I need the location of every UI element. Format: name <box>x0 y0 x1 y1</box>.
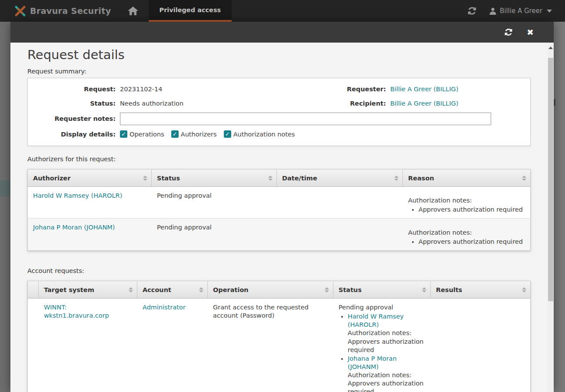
col-status[interactable]: Status <box>333 281 431 299</box>
summary-row-status: Status: Needs authorization Recipient: B… <box>33 96 525 110</box>
requester-value: Billie A Greer (BILLIG) <box>390 86 525 93</box>
authorizer-status: Pending approval <box>152 187 277 219</box>
authorization-notes-checkbox-label: Authorization notes <box>233 131 295 138</box>
request-label: Request: <box>33 86 116 93</box>
requester-link[interactable]: Billie A Greer (BILLIG) <box>390 86 459 93</box>
table-row: Johana P Moran (JOHANM) Pending approval… <box>28 219 530 250</box>
home-button[interactable] <box>117 0 149 22</box>
authorization-notes-checkbox[interactable]: ✓ <box>224 130 231 138</box>
scrollbar-up-icon[interactable] <box>548 47 553 49</box>
account-requests-table: Target system Account Operation Status R… <box>27 281 531 392</box>
tab-label: Privileged access <box>160 7 221 13</box>
status-value: Needs authorization <box>120 100 295 107</box>
tab-privileged-access[interactable]: Privileged access <box>149 0 232 22</box>
col-authorizer[interactable]: Authorizer <box>28 169 152 187</box>
reason-note: Approvers authorization required <box>419 238 525 246</box>
operation-cell: Grant access to the requested account (P… <box>208 299 333 392</box>
operations-checkbox[interactable]: ✓ <box>120 130 127 138</box>
modal-close-icon[interactable]: ✖ <box>527 28 534 37</box>
col-operation[interactable]: Operation <box>208 281 333 299</box>
sort-icon[interactable] <box>522 176 526 181</box>
authorizer-reason: Authorization notes: Approvers authoriza… <box>403 187 530 219</box>
authorizer-datetime <box>277 187 403 219</box>
modal-header: ✖ <box>10 22 554 43</box>
authorizers-table: Authorizer Status Date/time Reason Harol… <box>27 169 531 251</box>
account-requests-table-wrap: Target system Account Operation Status R… <box>27 281 531 392</box>
authorizers-heading: Authorizers for this request: <box>27 156 531 163</box>
background-scrollbar-fragment <box>554 99 555 106</box>
recipient-link[interactable]: Billie A Greer (BILLIG) <box>390 100 459 107</box>
sort-icon[interactable] <box>325 287 329 292</box>
topbar-right: Billie A Greer <box>467 0 565 22</box>
row-selector-cell <box>28 299 39 392</box>
brand: Bravura Security <box>0 0 111 22</box>
requester-label: Requester: <box>295 86 386 93</box>
reason-title: Authorization notes: <box>408 196 525 205</box>
bravura-logo-icon <box>14 5 26 17</box>
modal-scrollbar[interactable] <box>548 43 554 392</box>
sort-icon[interactable] <box>522 287 526 292</box>
summary-row-display-details: Display details: ✓ Operations ✓ Authoriz… <box>33 127 525 141</box>
col-results[interactable]: Results <box>431 281 530 299</box>
col-datetime[interactable]: Date/time <box>277 169 403 187</box>
account-link[interactable]: Administrator <box>143 304 186 311</box>
authorizer-reason: Authorization notes: Approvers authoriza… <box>403 219 530 250</box>
checkbox-authorization-notes: ✓ Authorization notes <box>224 130 295 138</box>
sort-icon[interactable] <box>422 287 426 292</box>
checkbox-operations: ✓ Operations <box>120 130 164 138</box>
approver-notes-text: Approvers authorization required <box>348 379 425 392</box>
sort-icon[interactable] <box>143 176 147 181</box>
user-name: Billie A Greer <box>500 7 542 15</box>
list-item: Harold W Ramsey (HAROLR) Authorization n… <box>348 312 425 354</box>
display-details-label: Display details: <box>33 131 116 138</box>
summary-row-request: Request: 20231102-14 Requester: Billie A… <box>33 82 525 96</box>
target-system-link[interactable]: WINNT: wkstn1.bravura.corp <box>44 304 109 319</box>
background-page-fragment <box>0 180 11 196</box>
col-reason[interactable]: Reason <box>403 169 530 187</box>
authorizers-checkbox[interactable]: ✓ <box>171 130 179 138</box>
request-details-modal: ✖ Request details Request summary: Reque… <box>10 22 554 392</box>
page-title: Request details <box>27 47 531 63</box>
status-text: Pending approval <box>339 303 425 312</box>
col-selector <box>28 281 39 299</box>
col-target-system[interactable]: Target system <box>39 281 137 299</box>
approver-notes-text: Approvers authorization required <box>348 338 425 354</box>
reason-note: Approvers authorization required <box>419 206 525 214</box>
approver-link[interactable]: Harold W Ramsey (HAROLR) <box>348 313 404 328</box>
reason-title: Authorization notes: <box>408 229 525 237</box>
status-label: Status: <box>33 100 116 107</box>
approver-link[interactable]: Johana P Moran (JOHANM) <box>348 355 397 370</box>
sort-icon[interactable] <box>394 176 399 181</box>
authorizer-link[interactable]: Johana P Moran (JOHANM) <box>33 224 115 231</box>
authorizer-datetime <box>277 219 403 250</box>
top-navbar: Bravura Security Privileged access <box>0 0 565 22</box>
modal-refresh-icon[interactable] <box>504 28 513 37</box>
recipient-value: Billie A Greer (BILLIG) <box>390 100 525 107</box>
status-cell: Pending approval Harold W Ramsey (HAROLR… <box>333 299 431 392</box>
col-account[interactable]: Account <box>137 281 208 299</box>
summary-row-requester-notes: Requester notes: <box>33 110 525 127</box>
requester-notes-input[interactable] <box>120 113 491 125</box>
sort-icon[interactable] <box>199 287 203 292</box>
table-row: Harold W Ramsey (HAROLR) Pending approva… <box>28 187 530 219</box>
navbar-refresh-icon[interactable] <box>467 6 477 16</box>
authorizer-link[interactable]: Harold W Ramsey (HAROLR) <box>33 192 122 199</box>
results-cell <box>431 299 530 392</box>
sort-icon[interactable] <box>268 176 273 181</box>
request-summary-panel: Request: 20231102-14 Requester: Billie A… <box>27 78 531 146</box>
col-status[interactable]: Status <box>152 169 277 187</box>
user-icon <box>489 7 497 15</box>
table-row: WINNT: wkstn1.bravura.corp Administrator… <box>28 299 530 392</box>
request-value: 20231102-14 <box>120 86 295 93</box>
authorizers-table-wrap: Authorizer Status Date/time Reason Harol… <box>27 169 531 251</box>
sort-icon[interactable] <box>129 287 133 292</box>
scrollbar-thumb[interactable] <box>548 58 553 301</box>
screen: Bravura Security Privileged access <box>0 0 565 392</box>
approver-notes-label: Authorization notes: <box>348 371 425 379</box>
authorizer-status: Pending approval <box>152 219 277 250</box>
checkbox-authorizers: ✓ Authorizers <box>171 130 217 138</box>
user-menu[interactable]: Billie A Greer <box>489 7 552 15</box>
account-requests-heading: Account requests: <box>27 267 531 274</box>
operations-checkbox-label: Operations <box>130 131 164 138</box>
request-summary-heading: Request summary: <box>27 68 531 75</box>
